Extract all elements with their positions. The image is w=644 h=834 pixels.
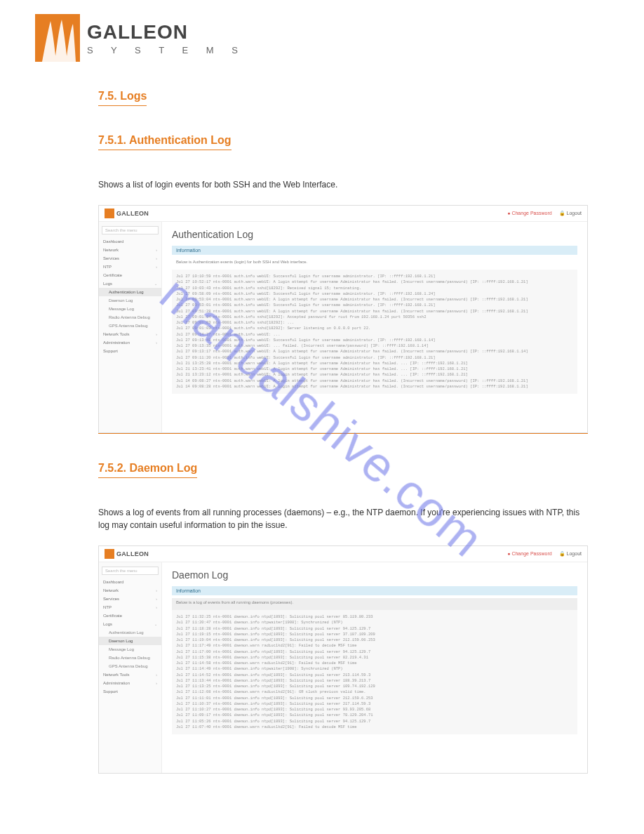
- chevron-right-icon: ›: [156, 332, 157, 336]
- sidebar-item-daemon-log[interactable]: Daemon Log: [99, 637, 161, 645]
- galleon-logo-icon: [105, 208, 114, 218]
- section-daemon-log-heading: 7.5.2. Daemon Log: [98, 462, 197, 478]
- chevron-right-icon: ›: [156, 597, 157, 601]
- info-description: Below is a log of events from all runnin…: [172, 598, 577, 610]
- search-input[interactable]: Search the menu: [102, 226, 159, 234]
- info-description: Below is Authentication events (login) f…: [172, 258, 577, 270]
- logout-link[interactable]: 🔒 Logout: [559, 551, 582, 557]
- chevron-right-icon: ›: [156, 248, 157, 252]
- sidebar-item-gps-debug[interactable]: GPS Antenna Debug: [99, 662, 161, 670]
- app-logo-text: GALLEON: [116, 210, 149, 217]
- sidebar-item-certificate[interactable]: Certificate: [99, 611, 161, 620]
- brand-tagline: S Y S T E M S: [87, 45, 246, 55]
- page-title: Authentication Log: [172, 229, 577, 240]
- sidebar-item-administration[interactable]: Administration›: [99, 338, 161, 347]
- chevron-right-icon: ›: [156, 681, 157, 685]
- auth-log-description: Shows a list of login events for both SS…: [98, 178, 588, 191]
- sidebar: Search the menu Dashboard Network› Servi…: [99, 562, 162, 773]
- sidebar-item-dashboard[interactable]: Dashboard: [99, 237, 161, 246]
- sidebar-item-ntp[interactable]: NTP›: [99, 603, 161, 611]
- chevron-down-icon: ⌄: [154, 622, 157, 626]
- chevron-right-icon: ›: [156, 588, 157, 593]
- sidebar-item-network-tools[interactable]: Network Tools›: [99, 330, 161, 338]
- sidebar-item-network[interactable]: Network›: [99, 586, 161, 595]
- chevron-down-icon: ⌄: [154, 282, 157, 286]
- auth-log-screenshot: GALLEON ● Change Password 🔒 Logout Searc…: [98, 205, 588, 434]
- info-banner: Information: [172, 246, 577, 255]
- sidebar-item-certificate[interactable]: Certificate: [99, 271, 161, 279]
- galleon-logo-icon: [105, 549, 114, 559]
- app-logo: GALLEON: [105, 208, 149, 218]
- sidebar-item-network-tools[interactable]: Network Tools›: [99, 670, 161, 679]
- log-output: Jul 27 10:10:59 nts-0001 auth.info webUI…: [172, 270, 577, 394]
- sidebar-item-radio-debug[interactable]: Radio Antenna Debug: [99, 654, 161, 662]
- sidebar-item-ntp[interactable]: NTP›: [99, 263, 161, 271]
- logout-link[interactable]: 🔒 Logout: [559, 211, 582, 216]
- sidebar-item-services[interactable]: Services›: [99, 254, 161, 263]
- info-banner: Information: [172, 586, 577, 595]
- change-password-link[interactable]: ● Change Password: [507, 211, 551, 216]
- sidebar-item-message-log[interactable]: Message Log: [99, 645, 161, 654]
- chevron-right-icon: ›: [156, 256, 157, 260]
- sidebar-item-auth-log[interactable]: Authentication Log: [99, 288, 161, 296]
- section-logs-heading: 7.5. Logs: [98, 90, 147, 106]
- chevron-right-icon: ›: [156, 605, 157, 609]
- chevron-right-icon: ›: [156, 673, 157, 677]
- sidebar-item-gps-debug[interactable]: GPS Antenna Debug: [99, 322, 161, 330]
- log-output: Jul 27 11:32:25 nts-0001 daemon.info ntp…: [172, 610, 577, 734]
- galleon-logo-icon: [35, 14, 80, 62]
- page-title: Daemon Log: [172, 569, 577, 581]
- sidebar-item-dashboard[interactable]: Dashboard: [99, 578, 161, 586]
- sidebar: Search the menu Dashboard Network› Servi…: [99, 222, 162, 432]
- chevron-right-icon: ›: [156, 340, 157, 345]
- sidebar-item-services[interactable]: Services›: [99, 595, 161, 603]
- app-logo-text: GALLEON: [116, 550, 149, 557]
- sidebar-item-auth-log[interactable]: Authentication Log: [99, 628, 161, 637]
- daemon-log-screenshot: GALLEON ● Change Password 🔒 Logout Searc…: [98, 545, 588, 774]
- app-logo: GALLEON: [105, 549, 149, 559]
- sidebar-item-network[interactable]: Network›: [99, 246, 161, 254]
- sidebar-item-administration[interactable]: Administration›: [99, 679, 161, 687]
- sidebar-item-logs[interactable]: Logs⌄: [99, 620, 161, 628]
- sidebar-item-daemon-log[interactable]: Daemon Log: [99, 296, 161, 305]
- sidebar-item-support[interactable]: Support: [99, 347, 161, 355]
- brand-name: GALLEON: [87, 21, 246, 44]
- page-logo: GALLEON S Y S T E M S: [35, 14, 609, 62]
- change-password-link[interactable]: ● Change Password: [507, 551, 551, 557]
- sidebar-item-message-log[interactable]: Message Log: [99, 305, 161, 313]
- daemon-log-description: Shows a log of events from all running p…: [98, 506, 588, 531]
- sidebar-item-logs[interactable]: Logs⌄: [99, 279, 161, 288]
- sidebar-item-support[interactable]: Support: [99, 687, 161, 696]
- section-auth-log-heading: 7.5.1. Authentication Log: [98, 134, 232, 150]
- search-input[interactable]: Search the menu: [102, 567, 159, 575]
- chevron-right-icon: ›: [156, 265, 157, 269]
- sidebar-item-radio-debug[interactable]: Radio Antenna Debug: [99, 313, 161, 322]
